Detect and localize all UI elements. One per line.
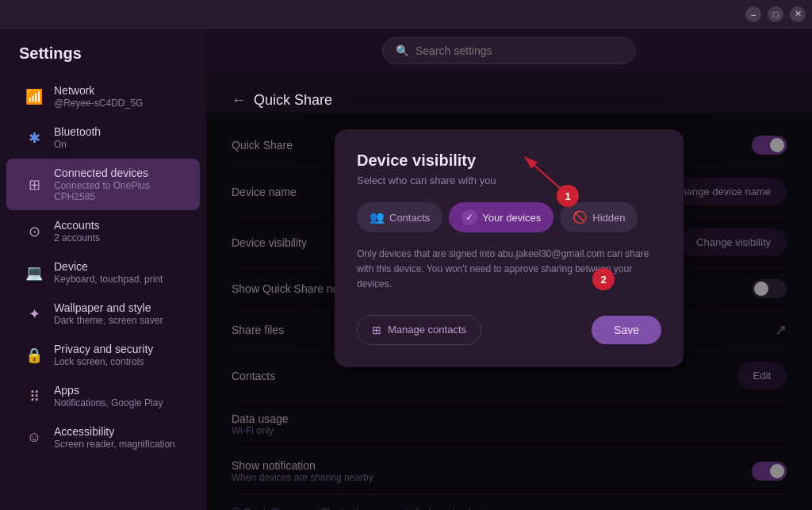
hidden-tab-label: Hidden: [592, 212, 625, 224]
main-content: ← Quick Share Quick Share Device name: [206, 29, 812, 510]
sidebar-item-sub: Connected to OnePlus CPH2585: [54, 180, 181, 202]
hidden-tab[interactable]: 🚫 Hidden: [560, 202, 638, 232]
privacy-icon: 🔒: [25, 347, 43, 364]
close-button[interactable]: ✕: [790, 6, 806, 22]
modal-description: Only devices that are signed into abu.ja…: [357, 247, 661, 293]
sidebar-item-network[interactable]: 📶 Network @Reyee-sC4DD_5G: [6, 76, 200, 117]
your-devices-tab-label: Your devices: [482, 212, 541, 224]
sidebar-item-connected-devices[interactable]: ⊞ Connected devices Connected to OnePlus…: [6, 159, 200, 210]
minimize-button[interactable]: –: [745, 6, 761, 22]
bluetooth-icon: ✱: [25, 129, 43, 147]
titlebar: – □ ✕: [0, 0, 812, 29]
sidebar-item-label: Accounts: [54, 219, 100, 232]
contacts-tab-icon: 👥: [370, 210, 385, 224]
sidebar-item-accounts[interactable]: ⊙ Accounts 2 accounts: [6, 211, 200, 251]
sidebar-item-label: Privacy and security: [54, 343, 153, 355]
manage-contacts-label: Manage contacts: [388, 324, 466, 336]
device-visibility-modal: Device visibility Select who can share w…: [335, 129, 684, 367]
maximize-button[interactable]: □: [768, 6, 783, 22]
sidebar-item-wallpaper[interactable]: ✦ Wallpaper and style Dark theme, screen…: [6, 293, 200, 334]
modal-footer: ⊞ Manage contacts Save: [357, 315, 661, 345]
modal-title: Device visibility: [357, 151, 661, 170]
annotation-1: 1: [557, 185, 579, 207]
sidebar-title: Settings: [0, 41, 206, 75]
save-button[interactable]: Save: [592, 316, 661, 344]
apps-icon: ⠿: [25, 388, 43, 405]
contacts-tab[interactable]: 👥 Contacts: [357, 202, 442, 232]
sidebar-item-label: Network: [54, 84, 143, 97]
sidebar-item-sub: Screen reader, magnification: [54, 439, 175, 450]
search-input[interactable]: [416, 44, 622, 57]
manage-contacts-button[interactable]: ⊞ Manage contacts: [357, 315, 481, 345]
sidebar-item-sub: Dark theme, screen saver: [54, 315, 163, 326]
sidebar-item-accessibility[interactable]: ☺ Accessibility Screen reader, magnifica…: [6, 417, 200, 458]
sidebar-item-label: Accessibility: [54, 425, 175, 438]
visibility-tabs: 👥 Contacts ✓ Your devices 🚫 Hidden: [357, 202, 661, 232]
accounts-icon: ⊙: [25, 223, 43, 240]
back-button[interactable]: ←: [232, 92, 246, 109]
manage-contacts-icon: ⊞: [372, 324, 381, 336]
hidden-tab-icon: 🚫: [573, 210, 588, 224]
sidebar-item-sub: On: [54, 139, 101, 150]
sidebar-item-sub: Lock screen, controls: [54, 356, 153, 367]
sidebar-item-sub: Keyboard, touchpad, print: [54, 274, 163, 285]
contacts-tab-label: Contacts: [389, 212, 430, 224]
sidebar-item-sub: Notifications, Google Play: [54, 397, 163, 408]
network-icon: 📶: [25, 88, 43, 105]
accessibility-icon: ☺: [25, 429, 43, 446]
sidebar-item-privacy[interactable]: 🔒 Privacy and security Lock screen, cont…: [6, 335, 200, 375]
sidebar: Settings 📶 Network @Reyee-sC4DD_5G ✱ Blu…: [0, 29, 206, 510]
sidebar-item-apps[interactable]: ⠿ Apps Notifications, Google Play: [6, 376, 200, 416]
sidebar-item-label: Apps: [54, 384, 163, 397]
sidebar-item-sub: @Reyee-sC4DD_5G: [54, 98, 143, 109]
modal-subtitle: Select who can share with you: [357, 174, 661, 186]
your-devices-tab[interactable]: ✓ Your devices: [449, 202, 553, 232]
modal-overlay: Device visibility Select who can share w…: [206, 113, 812, 510]
sidebar-item-label: Connected devices: [54, 167, 181, 179]
annotation-2: 2: [592, 268, 615, 290]
top-bar: 🔍: [206, 29, 812, 73]
sidebar-item-label: Wallpaper and style: [54, 301, 163, 314]
sidebar-item-device[interactable]: 💻 Device Keyboard, touchpad, print: [6, 252, 200, 293]
search-bar: 🔍: [382, 37, 636, 64]
sidebar-item-bluetooth[interactable]: ✱ Bluetooth On: [6, 117, 200, 158]
sidebar-item-sub: 2 accounts: [54, 232, 100, 243]
wallpaper-icon: ✦: [25, 305, 43, 323]
window-controls: – □ ✕: [745, 6, 806, 22]
search-icon: 🔍: [396, 44, 409, 57]
your-devices-tab-icon: ✓: [462, 209, 477, 225]
page-title: Quick Share: [254, 92, 332, 109]
sidebar-item-label: Device: [54, 260, 163, 273]
sidebar-item-label: Bluetooth: [54, 125, 101, 138]
page-header: ← Quick Share: [232, 92, 787, 109]
connected-devices-icon: ⊞: [25, 176, 43, 194]
device-icon: 💻: [25, 264, 43, 282]
